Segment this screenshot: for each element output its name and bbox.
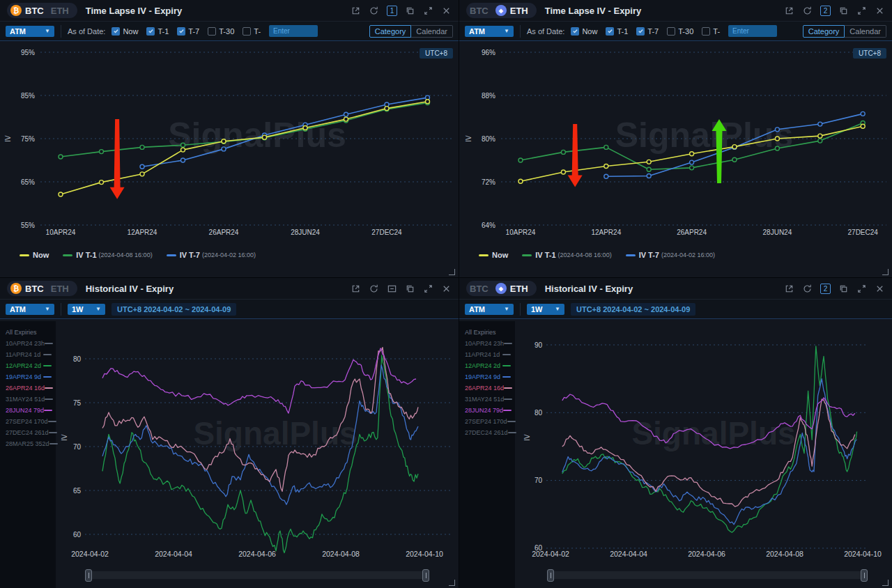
- expiry-item[interactable]: 27DEC24 261d: [465, 427, 511, 438]
- btc-timelapse-chart[interactable]: SignalPlus95%85%75%65%55%IV10APR2412APR2…: [0, 41, 459, 243]
- atm-select-value: ATM: [10, 27, 26, 36]
- legend-item[interactable]: IV T-7(2024-04-02 16:00): [626, 251, 715, 259]
- expiry-item[interactable]: 26APR24 16d: [465, 382, 511, 394]
- refresh-icon[interactable]: [369, 284, 379, 294]
- coin-tab-eth[interactable]: ETH: [51, 6, 69, 15]
- close-icon[interactable]: [875, 6, 885, 16]
- expiry-item[interactable]: 31MAY24 51d: [6, 394, 52, 405]
- duplicate-icon[interactable]: [405, 6, 415, 16]
- atm-select[interactable]: ATM ▼: [6, 26, 54, 37]
- expand-icon[interactable]: [423, 284, 433, 294]
- coin-tab-eth[interactable]: ETH: [51, 284, 69, 293]
- slider-handle-left[interactable]: [85, 569, 92, 582]
- expiry-item[interactable]: 27SEP24 170d: [465, 416, 511, 427]
- box-minus-icon[interactable]: [387, 284, 397, 294]
- expiry-item[interactable]: All Expiries: [465, 327, 511, 338]
- checkbox-t7[interactable]: T-7: [177, 27, 199, 36]
- period-select[interactable]: 1W ▼: [527, 304, 564, 315]
- coin-tab-btc[interactable]: ₿BTC: [10, 5, 44, 16]
- coin-tab-btc[interactable]: ₿BTC: [10, 283, 44, 294]
- eth-historical-chart[interactable]: SignalPlus90807060IV2024-04-022024-04-04…: [459, 319, 892, 559]
- coin-tab-btc[interactable]: BTC: [470, 284, 489, 293]
- expiry-item[interactable]: 11APR24 1d: [6, 349, 52, 360]
- open-in-new-icon[interactable]: [784, 6, 794, 16]
- custom-tenor-input[interactable]: [728, 25, 777, 37]
- atm-select[interactable]: ATM ▼: [6, 304, 54, 315]
- expiry-item[interactable]: 28MAR25 352d: [6, 438, 52, 449]
- slider-handle-right[interactable]: [422, 569, 429, 582]
- resize-handle[interactable]: [449, 580, 455, 586]
- expand-icon[interactable]: [856, 6, 867, 16]
- slider-handle-right[interactable]: [861, 569, 868, 582]
- category-toggle-button[interactable]: Category: [369, 25, 412, 38]
- expiry-item[interactable]: 27SEP24 170d: [6, 416, 52, 427]
- atm-select[interactable]: ATM ▼: [465, 26, 514, 37]
- eth-timelapse-chart[interactable]: SignalPlus96%88%80%72%64%IV10APR2412APR2…: [459, 41, 892, 243]
- coin-tab-eth[interactable]: ◆ETH: [495, 5, 528, 16]
- expiry-item[interactable]: 19APR24 9d: [465, 371, 511, 382]
- window-count-badge[interactable]: 1: [387, 6, 397, 16]
- chevron-down-icon: ▼: [504, 28, 509, 34]
- close-icon[interactable]: [875, 284, 885, 294]
- expand-icon[interactable]: [856, 284, 867, 294]
- expiry-item[interactable]: 28JUN24 79d: [465, 405, 511, 416]
- window-count-badge[interactable]: 2: [820, 284, 831, 294]
- legend-item[interactable]: IV T-1(2024-04-08 16:00): [63, 251, 152, 259]
- window-count-badge[interactable]: 2: [820, 6, 831, 16]
- expand-icon[interactable]: [423, 6, 433, 16]
- checkbox-t1[interactable]: T-1: [146, 27, 169, 36]
- period-select[interactable]: 1W ▼: [68, 304, 105, 315]
- open-in-new-icon[interactable]: [784, 284, 794, 294]
- coin-tab-btc[interactable]: BTC: [470, 6, 489, 15]
- custom-tenor-input[interactable]: [269, 25, 318, 37]
- resize-handle[interactable]: [449, 269, 455, 275]
- legend-item[interactable]: IV T-1(2024-04-08 16:00): [522, 251, 611, 259]
- duplicate-icon[interactable]: [405, 284, 415, 294]
- checkbox-t[interactable]: T-: [243, 27, 261, 36]
- legend-item[interactable]: Now: [479, 251, 508, 259]
- calendar-toggle-button[interactable]: Calendar: [845, 25, 886, 38]
- time-range-slider[interactable]: [547, 571, 868, 580]
- slider-handle-left[interactable]: [547, 569, 554, 582]
- expiry-label: 27DEC24 261d: [6, 429, 49, 436]
- duplicate-icon[interactable]: [838, 284, 849, 294]
- legend-item[interactable]: Now: [20, 251, 49, 259]
- category-toggle-button[interactable]: Category: [803, 25, 845, 38]
- open-in-new-icon[interactable]: [351, 284, 361, 294]
- close-icon[interactable]: [441, 284, 452, 294]
- expiry-item[interactable]: 27DEC24 261d: [6, 427, 52, 438]
- resize-handle[interactable]: [882, 580, 889, 586]
- expiry-item[interactable]: 26APR24 16d: [6, 382, 52, 394]
- svg-text:26APR24: 26APR24: [209, 229, 239, 236]
- calendar-toggle-button[interactable]: Calendar: [411, 25, 453, 38]
- checkbox-t1[interactable]: T-1: [606, 27, 628, 36]
- expiry-item[interactable]: 10APR24 23h: [6, 338, 52, 349]
- checkbox-t30[interactable]: T-30: [667, 27, 693, 36]
- expiry-item[interactable]: 10APR24 23h: [465, 338, 511, 349]
- btc-historical-chart[interactable]: SignalPlus8075706560IV2024-04-022024-04-…: [0, 319, 459, 559]
- checkbox-now[interactable]: Now: [112, 27, 138, 36]
- refresh-icon[interactable]: [802, 6, 813, 16]
- coin-tab-label: ETH: [510, 6, 528, 15]
- expiry-item[interactable]: 31MAY24 51d: [465, 394, 511, 405]
- coin-tab-eth[interactable]: ◆ETH: [495, 283, 528, 294]
- close-icon[interactable]: [441, 6, 452, 16]
- resize-handle[interactable]: [882, 269, 889, 275]
- refresh-icon[interactable]: [802, 284, 813, 294]
- duplicate-icon[interactable]: [838, 6, 849, 16]
- expiry-item[interactable]: 28JUN24 79d: [6, 405, 52, 416]
- refresh-icon[interactable]: [369, 6, 379, 16]
- legend-item[interactable]: IV T-7(2024-04-02 16:00): [167, 251, 256, 259]
- expiry-item[interactable]: 11APR24 1d: [465, 349, 511, 360]
- checkbox-now[interactable]: Now: [571, 27, 597, 36]
- checkbox-t30[interactable]: T-30: [208, 27, 234, 36]
- expiry-item[interactable]: 12APR24 2d: [6, 360, 52, 371]
- expiry-item[interactable]: 12APR24 2d: [465, 360, 511, 371]
- expiry-item[interactable]: 19APR24 9d: [6, 371, 52, 382]
- checkbox-t7[interactable]: T-7: [636, 27, 659, 36]
- expiry-item[interactable]: All Expiries: [6, 327, 52, 338]
- open-in-new-icon[interactable]: [351, 6, 361, 16]
- checkbox-t[interactable]: T-: [702, 27, 720, 36]
- atm-select[interactable]: ATM ▼: [465, 304, 514, 315]
- time-range-slider[interactable]: [85, 571, 429, 580]
